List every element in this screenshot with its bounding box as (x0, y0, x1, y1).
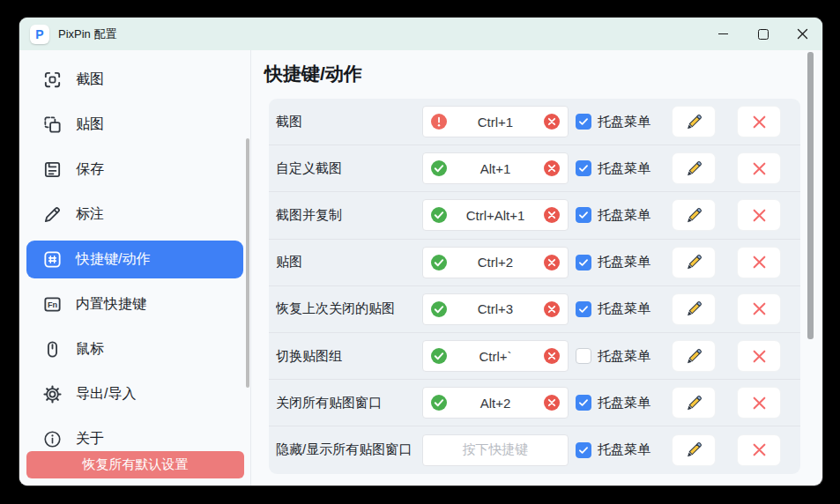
delete-x-icon (751, 395, 768, 411)
minimize-icon (718, 33, 728, 34)
delete-hotkey-button[interactable] (737, 199, 781, 231)
pencil-icon (685, 113, 703, 131)
tray-menu-checkbox[interactable] (576, 395, 591, 411)
hotkey-input[interactable]: Ctrl+1 (422, 106, 569, 137)
delete-hotkey-button[interactable] (737, 106, 781, 137)
tray-menu-toggle[interactable]: 托盘菜单 (576, 207, 660, 224)
delete-hotkey-button[interactable] (737, 247, 781, 278)
hotkey-value: Ctrl+2 (478, 255, 513, 270)
clear-hotkey-icon[interactable] (544, 255, 560, 271)
main-scrollbar-thumb[interactable] (807, 52, 814, 339)
edit-hotkey-button[interactable] (672, 340, 716, 372)
hotkey-row-label: 关闭所有贴图窗口 (276, 395, 422, 411)
edit-hotkey-button[interactable] (672, 152, 716, 184)
hotkey-icon (42, 249, 63, 270)
tray-menu-checkbox[interactable] (576, 301, 591, 317)
tray-menu-toggle[interactable]: 托盘菜单 (576, 395, 660, 411)
pencil-icon (685, 300, 703, 318)
delete-hotkey-button[interactable] (737, 434, 781, 466)
tray-menu-checkbox[interactable] (576, 255, 591, 271)
ok-icon (431, 301, 447, 317)
sidebar-item-hotkeys[interactable]: 快捷键/动作 (26, 241, 243, 278)
hotkey-value: 按下快捷键 (463, 441, 529, 458)
edit-hotkey-button[interactable] (672, 387, 716, 419)
hotkey-value: Alt+2 (480, 396, 511, 411)
edit-hotkey-button[interactable] (672, 199, 716, 231)
clear-hotkey-icon[interactable] (544, 114, 560, 130)
delete-x-icon (751, 160, 768, 177)
sidebar-item-mouse[interactable]: 鼠标 (19, 327, 250, 372)
tray-menu-toggle[interactable]: 托盘菜单 (576, 441, 660, 458)
hotkey-input[interactable]: 按下快捷键 (422, 434, 569, 466)
clear-hotkey-icon[interactable] (544, 207, 560, 223)
ok-icon (431, 207, 447, 223)
tray-menu-checkbox[interactable] (576, 114, 591, 130)
tray-menu-label: 托盘菜单 (598, 348, 650, 365)
hotkey-row: 贴图 Ctrl+2 托盘菜单 (269, 240, 800, 286)
maximize-button[interactable] (743, 18, 783, 50)
tray-menu-label: 托盘菜单 (598, 114, 650, 130)
minimize-button[interactable] (703, 18, 743, 50)
tray-menu-checkbox[interactable] (576, 348, 591, 364)
hotkey-value: Alt+1 (480, 161, 511, 176)
tray-menu-checkbox[interactable] (576, 442, 591, 458)
close-button[interactable] (783, 18, 822, 50)
tray-menu-checkbox[interactable] (576, 160, 591, 176)
sidebar-item-label: 内置快捷键 (76, 295, 146, 314)
sidebar-item-builtin-hotkeys[interactable]: Fn 内置快捷键 (19, 282, 250, 327)
hotkey-row: 关闭所有贴图窗口 Alt+2 托盘菜单 (269, 380, 800, 426)
sidebar-item-pin-image[interactable]: 贴图 (19, 102, 250, 147)
clear-hotkey-icon[interactable] (544, 395, 560, 411)
builtin-hotkey-icon: Fn (42, 294, 63, 315)
hotkey-row: 截图 Ctrl+1 托盘菜单 (269, 99, 800, 145)
pin-image-icon (42, 115, 63, 135)
sidebar-item-save[interactable]: 保存 (19, 147, 250, 192)
edit-hotkey-button[interactable] (672, 106, 716, 137)
clear-hotkey-icon[interactable] (544, 348, 560, 364)
delete-x-icon (751, 114, 768, 130)
hotkey-value: Ctrl+` (479, 349, 511, 364)
sidebar-item-label: 截图 (76, 70, 104, 89)
reset-defaults-button[interactable]: 恢复所有默认设置 (26, 451, 244, 478)
tray-menu-label: 托盘菜单 (598, 207, 650, 224)
hotkey-value: Ctrl+Alt+1 (466, 208, 525, 223)
delete-hotkey-button[interactable] (737, 340, 781, 372)
hotkey-input[interactable]: Ctrl+Alt+1 (422, 199, 569, 231)
tray-menu-toggle[interactable]: 托盘菜单 (576, 114, 660, 130)
pencil-icon (685, 441, 703, 459)
hotkey-value: Ctrl+1 (478, 115, 513, 130)
hotkey-input[interactable]: Alt+2 (422, 387, 569, 419)
sidebar-item-annotate[interactable]: 标注 (19, 192, 250, 237)
tray-menu-checkbox[interactable] (576, 207, 591, 223)
hotkey-row: 自定义截图 Alt+1 托盘菜单 (269, 145, 800, 192)
edit-hotkey-button[interactable] (672, 293, 716, 325)
sidebar-item-screenshot[interactable]: 截图 (19, 57, 250, 102)
clear-hotkey-icon[interactable] (544, 160, 560, 176)
delete-x-icon (751, 207, 768, 224)
hotkey-row-label: 贴图 (276, 254, 422, 271)
sidebar-item-label: 关于 (76, 430, 104, 448)
tray-menu-toggle[interactable]: 托盘菜单 (576, 254, 660, 271)
delete-hotkey-button[interactable] (737, 152, 781, 184)
hotkey-input[interactable]: Alt+1 (422, 152, 569, 184)
hotkey-input[interactable]: Ctrl+` (422, 340, 569, 372)
delete-x-icon (751, 300, 768, 317)
ok-icon (431, 348, 447, 364)
edit-hotkey-button[interactable] (672, 247, 716, 278)
tray-menu-label: 托盘菜单 (598, 254, 650, 271)
tray-menu-toggle[interactable]: 托盘菜单 (576, 348, 660, 365)
hotkey-row: 切换贴图组 Ctrl+` 托盘菜单 (269, 333, 800, 380)
tray-menu-toggle[interactable]: 托盘菜单 (576, 300, 660, 317)
delete-hotkey-button[interactable] (737, 387, 781, 419)
svg-text:Fn: Fn (48, 300, 57, 309)
clear-hotkey-icon[interactable] (544, 301, 560, 317)
hotkey-input[interactable]: Ctrl+2 (422, 247, 569, 278)
sidebar-item-export-import[interactable]: 导出/导入 (19, 372, 250, 417)
hotkey-input[interactable]: Ctrl+3 (422, 293, 569, 325)
delete-hotkey-button[interactable] (737, 293, 781, 325)
ok-icon (431, 255, 447, 271)
delete-x-icon (751, 254, 768, 271)
edit-hotkey-button[interactable] (672, 434, 716, 466)
tray-menu-toggle[interactable]: 托盘菜单 (576, 160, 660, 177)
sidebar-scrollbar-thumb[interactable] (246, 138, 249, 388)
